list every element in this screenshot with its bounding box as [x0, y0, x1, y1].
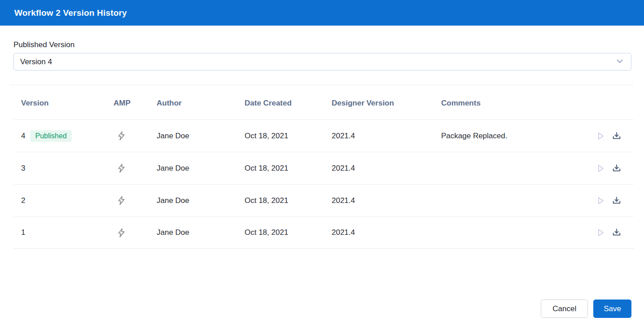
column-header-designer-version: Designer Version — [332, 99, 441, 108]
cancel-button[interactable]: Cancel — [541, 300, 588, 318]
dialog-footer: Cancel Save — [541, 300, 631, 318]
version-number: 3 — [21, 164, 25, 173]
lightning-icon — [114, 163, 157, 173]
download-icon[interactable] — [611, 227, 622, 238]
column-header-author: Author — [157, 99, 245, 108]
version-number: 1 — [21, 228, 25, 237]
author-cell: Jane Doe — [157, 196, 245, 205]
download-icon[interactable] — [611, 195, 622, 206]
date-created-cell: Oct 18, 2021 — [245, 132, 332, 141]
comments-cell: Package Replaced. — [441, 132, 587, 141]
author-cell: Jane Doe — [157, 132, 245, 141]
date-created-cell: Oct 18, 2021 — [245, 164, 332, 173]
date-created-cell: Oct 18, 2021 — [245, 228, 332, 237]
section-divider — [10, 85, 634, 85]
version-number: 2 — [21, 196, 25, 205]
column-header-amp: AMP — [114, 99, 157, 108]
column-header-version: Version — [13, 99, 114, 108]
table-header-row: Version AMP Author Date Created Designer… — [13, 87, 634, 119]
lightning-icon — [114, 131, 157, 141]
lightning-icon — [114, 228, 157, 238]
published-version-dropdown[interactable]: Version 4 — [13, 53, 631, 70]
table-row: 3 Jane Doe Oct 18, 2021 2021.4 — [13, 152, 634, 184]
published-badge: Published — [30, 130, 71, 142]
designer-version-cell: 2021.4 — [332, 228, 441, 237]
table-row: 1 Jane Doe Oct 18, 2021 2021.4 — [13, 216, 634, 249]
dialog-title: Workflow 2 Version History — [14, 8, 127, 18]
designer-version-cell: 2021.4 — [332, 196, 441, 205]
dialog-titlebar: Workflow 2 Version History — [0, 0, 644, 26]
published-version-label: Published Version — [13, 40, 631, 49]
play-icon[interactable] — [596, 131, 605, 141]
download-icon[interactable] — [611, 131, 622, 141]
author-cell: Jane Doe — [157, 164, 245, 173]
chevron-down-icon — [615, 56, 625, 68]
author-cell: Jane Doe — [157, 228, 245, 237]
column-header-comments: Comments — [441, 99, 587, 108]
date-created-cell: Oct 18, 2021 — [245, 196, 332, 205]
table-row: 2 Jane Doe Oct 18, 2021 2021.4 — [13, 184, 634, 216]
save-button[interactable]: Save — [593, 300, 631, 318]
version-number: 4 — [21, 132, 25, 141]
play-icon[interactable] — [596, 163, 605, 173]
published-version-selected-value: Version 4 — [20, 57, 52, 66]
column-header-date-created: Date Created — [245, 99, 332, 108]
designer-version-cell: 2021.4 — [332, 132, 441, 141]
designer-version-cell: 2021.4 — [332, 164, 441, 173]
version-history-table: Version AMP Author Date Created Designer… — [13, 87, 634, 249]
lightning-icon — [114, 195, 157, 206]
play-icon[interactable] — [596, 196, 605, 206]
download-icon[interactable] — [611, 163, 622, 174]
table-row: 4 Published Jane Doe Oct 18, 2021 2021.4… — [13, 119, 634, 152]
play-icon[interactable] — [596, 228, 605, 238]
